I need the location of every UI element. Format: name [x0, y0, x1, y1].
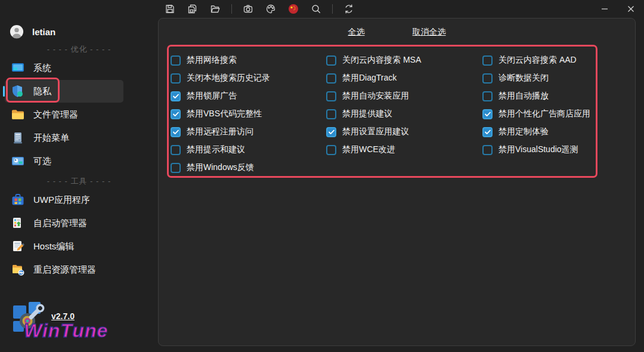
open-folder-button[interactable]	[206, 1, 224, 17]
checkbox-label: 关闭云内容搜索 AAD	[499, 55, 577, 66]
checkbox-item[interactable]: 禁用定制体验	[482, 123, 624, 141]
titlebar	[0, 0, 644, 18]
checkbox[interactable]	[326, 73, 336, 84]
restart-explorer-icon	[11, 263, 25, 277]
sidebar-item-restart-explorer[interactable]: 重启资源管理器	[5, 258, 151, 281]
open-folder-icon	[210, 4, 221, 14]
checkbox-item[interactable]: 关闭云内容搜索 AAD	[482, 51, 624, 69]
checkbox[interactable]	[482, 109, 493, 119]
sidebar-item-privacy[interactable]: 隐私	[5, 80, 123, 103]
checkbox-label: 禁用自动播放	[499, 91, 549, 101]
main-panel: 全选 取消全选 禁用网络搜索 关闭本地搜索历史记录 禁用锁屏广告 禁用VBS代码…	[158, 18, 636, 346]
language-china-flag-icon	[288, 4, 299, 14]
sidebar-item-file-manager[interactable]: 文件管理器	[5, 103, 151, 126]
sidebar-item-label: 隐私	[33, 86, 51, 97]
toolbar-separator	[231, 4, 232, 14]
screenshot-camera-icon	[243, 4, 253, 14]
checkbox-label: 禁用WCE改进	[342, 144, 395, 155]
save-copy-button[interactable]	[184, 1, 202, 17]
sidebar-item-hosts-edit[interactable]: Hosts编辑	[5, 235, 151, 258]
checkbox-label: 禁用VBS代码完整性	[187, 109, 262, 119]
search-button[interactable]	[307, 1, 325, 17]
checkbox[interactable]	[326, 91, 336, 101]
sidebar-item-label: 重启资源管理器	[33, 264, 96, 276]
sidebar-item-label: 开始菜单	[33, 132, 69, 144]
select-all-link[interactable]: 全选	[348, 27, 365, 38]
checkbox-item[interactable]: 诊断数据关闭	[482, 69, 624, 87]
save-button[interactable]	[161, 1, 179, 17]
toolbar	[161, 0, 358, 18]
checkbox-column-1: 禁用网络搜索 关闭本地搜索历史记录 禁用锁屏广告 禁用VBS代码完整性 禁用远程…	[171, 51, 326, 177]
checkbox-label: 禁用设置应用建议	[342, 126, 409, 137]
checkbox-column-3: 关闭云内容搜索 AAD 诊断数据关闭 禁用自动播放 禁用个性化广告商店应用 禁用…	[482, 51, 624, 177]
monitor-icon	[11, 61, 25, 75]
sidebar: letian - - - - 优化 - - - - 系统 隐私	[0, 18, 158, 352]
checkbox[interactable]	[482, 91, 493, 101]
checkbox-label: 禁用提供建议	[342, 109, 392, 119]
minimize-icon	[601, 5, 608, 13]
checkbox[interactable]	[171, 55, 181, 66]
checkbox-item[interactable]: 禁用WCE改进	[326, 141, 482, 159]
checkbox-item[interactable]: 禁用网络搜索	[171, 51, 326, 69]
shield-icon	[11, 84, 25, 98]
checkbox-item[interactable]: 禁用远程注册访问	[171, 123, 326, 141]
checkbox-item[interactable]: 禁用自动播放	[482, 87, 624, 105]
checkbox-item[interactable]: 禁用锁屏广告	[171, 87, 326, 105]
deselect-all-link[interactable]: 取消全选	[413, 27, 446, 38]
checkbox[interactable]	[171, 91, 181, 101]
checkbox[interactable]	[171, 127, 181, 137]
checkbox-item[interactable]: 禁用个性化广告商店应用	[482, 105, 624, 123]
uwp-apps-icon	[11, 193, 25, 207]
checkbox[interactable]	[326, 145, 336, 155]
sidebar-item-system[interactable]: 系统	[5, 57, 151, 79]
checkbox-item[interactable]: 关闭云内容搜索 MSA	[326, 51, 482, 69]
checkbox-item[interactable]: 禁用自动安装应用	[326, 87, 482, 105]
checkbox-item[interactable]: 禁用DiagTrack	[326, 69, 482, 87]
sidebar-item-optional[interactable]: 可选	[5, 150, 151, 172]
checkbox-item[interactable]: 禁用VisualStudio遥测	[482, 141, 624, 159]
close-button[interactable]	[618, 0, 644, 18]
checkbox[interactable]	[171, 109, 181, 119]
sidebar-item-start-menu[interactable]: 开始菜单	[5, 126, 151, 149]
checkbox-item[interactable]: 禁用VBS代码完整性	[171, 105, 326, 123]
minimize-button[interactable]	[592, 0, 618, 18]
user-row[interactable]: letian	[0, 23, 158, 41]
theme-button[interactable]	[262, 1, 280, 17]
checkbox[interactable]	[482, 127, 493, 137]
checkbox-item[interactable]: 禁用设置应用建议	[326, 123, 482, 141]
checkbox-item[interactable]: 禁用提供建议	[326, 105, 482, 123]
avatar	[10, 24, 24, 39]
checkbox-item[interactable]: 禁用Windows反馈	[171, 159, 326, 177]
checkbox-label: 禁用锁屏广告	[187, 91, 237, 101]
search-icon	[311, 4, 321, 14]
checkbox[interactable]	[482, 145, 493, 155]
checkbox-item[interactable]: 关闭本地搜索历史记录	[171, 69, 326, 87]
save-copy-icon	[187, 4, 198, 14]
checkbox[interactable]	[171, 145, 181, 155]
checkbox[interactable]	[171, 73, 181, 84]
checkbox-column-2: 关闭云内容搜索 MSA 禁用DiagTrack 禁用自动安装应用 禁用提供建议 …	[326, 51, 482, 177]
language-button[interactable]	[284, 1, 302, 17]
checkbox[interactable]	[482, 55, 493, 66]
checkbox-label: 禁用个性化广告商店应用	[499, 109, 590, 119]
autostart-manager-icon	[11, 216, 25, 230]
theme-palette-icon	[265, 4, 276, 14]
toolbar-separator	[332, 4, 333, 14]
checkbox-label: 诊断数据关闭	[499, 73, 549, 84]
checkbox[interactable]	[326, 127, 336, 137]
selection-links: 全选 取消全选	[159, 27, 635, 38]
screenshot-button[interactable]	[239, 1, 257, 17]
sidebar-item-label: 自启动管理器	[33, 218, 87, 229]
sidebar-item-uwp-apps[interactable]: UWP应用程序	[5, 189, 151, 211]
checkbox[interactable]	[482, 73, 493, 84]
checkbox-item[interactable]: 禁用提示和建议	[171, 141, 326, 159]
checkbox[interactable]	[171, 163, 181, 173]
section-header-tools: - - - - 工具 - - - -	[0, 175, 158, 188]
checkbox[interactable]	[326, 55, 336, 66]
refresh-button[interactable]	[340, 1, 358, 17]
checkbox-label: 禁用DiagTrack	[342, 73, 397, 84]
sidebar-item-label: 文件管理器	[33, 109, 78, 121]
sidebar-item-autostart-manager[interactable]: 自启动管理器	[5, 212, 151, 234]
checkbox[interactable]	[326, 109, 336, 119]
checkbox-label: 关闭本地搜索历史记录	[187, 73, 270, 84]
